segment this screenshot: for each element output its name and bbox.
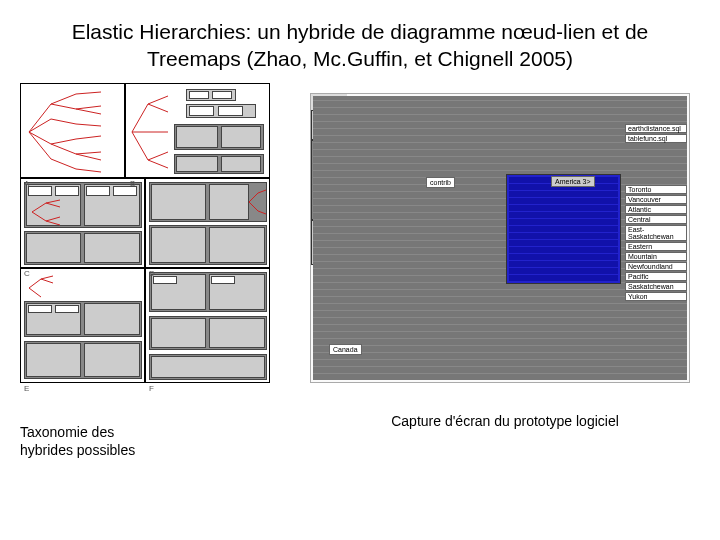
quadrant-c (20, 178, 145, 268)
quadrant-e (20, 268, 145, 383)
label-f: F (149, 384, 154, 393)
node-canada: Canada (329, 344, 362, 355)
caption-prototype: Capture d'écran du prototype logiciel (310, 413, 700, 429)
node-contrib: contrib (426, 177, 455, 188)
quadrant-d (145, 178, 270, 268)
quadrant-b (125, 83, 270, 178)
label-b: B (130, 179, 135, 188)
label-c: C (24, 269, 30, 278)
label-a: A (24, 179, 29, 188)
right-label-list: earthdistance.sql tablefunc.sql Toronto … (625, 124, 687, 302)
prototype-figure: postgres lib share 3> contrib timezone 4… (310, 83, 700, 459)
treemap-contrib (311, 140, 431, 220)
quadrant-f (145, 268, 270, 383)
quadrant-a (20, 83, 125, 178)
slide-title: Elastic Hierarchies: un hybride de diagr… (0, 0, 720, 83)
treemap-america (506, 174, 621, 284)
node-america: America 3> (551, 176, 595, 187)
taxonomy-figure: A B C D E F Taxonomie des hybrides possi… (20, 83, 290, 459)
label-d: D (149, 269, 155, 278)
caption-taxonomy: Taxonomie des hybrides possibles (20, 423, 290, 459)
label-e: E (24, 384, 29, 393)
